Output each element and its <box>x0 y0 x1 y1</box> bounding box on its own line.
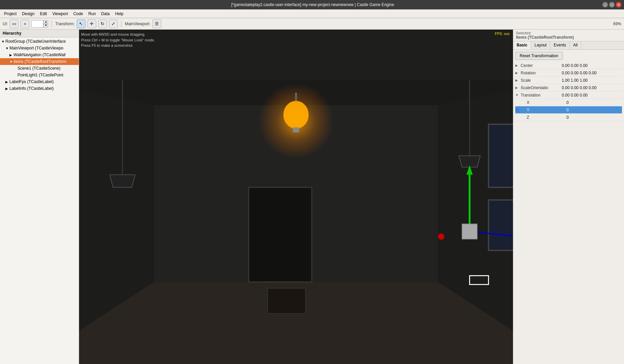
hint-line-2: Press Ctrl + M to toggle "Mouse Look" mo… <box>81 37 155 43</box>
step-up-button[interactable]: ▲ <box>43 20 48 24</box>
viewport-container[interactable]: Move with AWSD and mouse dragging. Press… <box>79 30 513 364</box>
viewport-label: MainViewport: <box>125 22 150 26</box>
translation-field-label: X <box>520 100 565 105</box>
svg-marker-8 <box>110 175 135 187</box>
translation-field-label: Y <box>520 108 565 112</box>
toolbar: UI: ▭ ＋ 10 ▲ ▼ Transform: ↖ ✛ ↻ ⤢ MainVi… <box>0 18 624 30</box>
hierarchy-item-label: LabelInfo (TCastleLabel) <box>9 86 54 91</box>
right-tab-all[interactable]: All <box>570 41 581 49</box>
reset-transformation-button[interactable]: Reset Transformation <box>515 52 563 60</box>
translation-field-z: Z <box>515 114 622 121</box>
hierarchy-header: Hierarchy <box>0 30 79 37</box>
prop-expand-arrow[interactable]: ▶ <box>515 86 520 89</box>
right-tabs: BasicLayoutEventsAll <box>513 41 624 50</box>
hierarchy-item[interactable]: ▼ RootGroup (TCastleUserInterface <box>0 38 79 45</box>
prop-value: 0.00 0.00 0.00 0.00 <box>560 71 622 75</box>
menu-item-edit[interactable]: Edit <box>37 11 50 17</box>
selected-item-title: Items (TCastleRootTransform) <box>516 35 621 40</box>
minimize-button[interactable]: – <box>602 2 608 7</box>
tree-expand-arrow[interactable]: ▶ <box>9 53 13 57</box>
hierarchy-item-label: Items (TCastleRootTransform <box>13 59 67 64</box>
hierarchy-item[interactable]: ▼ Items (TCastleRootTransform <box>0 58 79 65</box>
prop-expand-arrow[interactable]: ▶ <box>515 71 520 75</box>
menu-item-run[interactable]: Run <box>86 11 99 17</box>
step-down-button[interactable]: ▼ <box>43 24 48 28</box>
hint-line-3: Press F5 to make a screenshot. <box>81 43 155 48</box>
prop-name-label: Rotation <box>520 71 560 75</box>
prop-value: 0.00 0.00 0.00 0.00 <box>560 85 622 90</box>
right-content: Reset Transformation ▶ Center 0.00 0.00 … <box>513 50 624 364</box>
left-panel: Hierarchy ▼ RootGroup (TCastleUserInterf… <box>0 30 79 364</box>
toolbar-separator-1 <box>51 20 52 28</box>
step-input-group: 10 ▲ ▼ <box>31 20 48 28</box>
selected-label: Selected: <box>516 31 621 35</box>
prop-name-label: Scale <box>520 78 560 83</box>
svg-rect-11 <box>489 124 513 187</box>
rotate-tool-button[interactable]: ↻ <box>98 20 107 28</box>
hierarchy-item-label: LabelFps (TCastleLabel) <box>9 79 54 84</box>
hierarchy-tree: ▼ RootGroup (TCastleUserInterface ▼ Main… <box>0 37 79 364</box>
close-button[interactable]: ✕ <box>616 2 621 7</box>
menu-item-design[interactable]: Design <box>19 11 37 17</box>
step-input[interactable]: 10 <box>31 20 43 28</box>
maximize-button[interactable]: □ <box>609 2 615 7</box>
translation-field-x: X <box>515 99 622 106</box>
translation-field-label: Z <box>520 115 565 120</box>
viewport-overlay: Move with AWSD and mouse dragging. Press… <box>81 32 155 48</box>
active-field-indicator <box>515 108 519 112</box>
translation-field-input-z[interactable] <box>565 115 622 120</box>
window-title: [*gamestateplay2.castle-user-interface] … <box>231 2 394 7</box>
tree-expand-arrow[interactable]: ▼ <box>9 60 13 64</box>
property-row[interactable]: ▶ Rotation 0.00 0.00 0.00 0.00 <box>515 69 622 77</box>
right-tab-layout[interactable]: Layout <box>531 41 550 49</box>
menu-item-code[interactable]: Code <box>71 11 86 17</box>
hierarchy-item[interactable]: PointLight1 (TCastlePoint <box>0 72 79 78</box>
prop-name-label: ScaleOrientatio <box>520 85 560 90</box>
menubar: ProjectDesignEditViewportCodeRunDataHelp <box>0 9 624 18</box>
property-row[interactable]: ▶ ScaleOrientatio 0.00 0.00 0.00 0.00 <box>515 84 622 92</box>
hierarchy-item-label: RootGroup (TCastleUserInterface <box>5 39 66 44</box>
rect-tool-button[interactable]: ▭ <box>10 20 19 28</box>
toolbar-separator-2 <box>121 20 122 28</box>
fps-counter: FPS: xxx <box>495 32 510 36</box>
translation-field-y: Y <box>515 106 622 114</box>
tree-expand-arrow[interactable]: ▶ <box>5 80 9 84</box>
svg-point-20 <box>438 233 444 240</box>
prop-expand-arrow[interactable]: ▼ <box>515 93 520 97</box>
hierarchy-item[interactable]: Scene1 (TCastleScene) <box>0 65 79 72</box>
hierarchy-item-label: MainViewport (TCastleViewpo <box>9 46 63 50</box>
menu-item-project[interactable]: Project <box>1 11 19 17</box>
transform-label: Transform: <box>55 22 75 26</box>
translation-field-input-x[interactable] <box>565 100 622 105</box>
zoom-label: 69% <box>613 22 621 26</box>
translation-field-input-y[interactable] <box>565 107 622 113</box>
menu-item-data[interactable]: Data <box>99 11 112 17</box>
hierarchy-item[interactable]: ▼ MainViewport (TCastleViewpo <box>0 45 79 51</box>
titlebar: [*gamestateplay2.castle-user-interface] … <box>0 0 624 9</box>
property-row[interactable]: ▶ Center 0.00 0.00 0.00 <box>515 62 622 69</box>
viewport-menu-button[interactable]: ☰ <box>152 20 161 28</box>
hierarchy-item-label: Scene1 (TCastleScene) <box>18 66 60 71</box>
property-row[interactable]: ▶ Scale 1.00 1.00 1.00 <box>515 77 622 84</box>
right-panel: Selected: Items (TCastleRootTransform) B… <box>513 30 624 364</box>
hierarchy-item[interactable]: ▶ LabelInfo (TCastleLabel) <box>0 85 79 92</box>
tree-expand-arrow[interactable]: ▶ <box>5 87 9 90</box>
prop-expand-arrow[interactable]: ▶ <box>515 64 520 67</box>
prop-expand-arrow[interactable]: ▶ <box>515 78 520 82</box>
tree-expand-arrow[interactable]: ▼ <box>5 46 9 50</box>
property-row[interactable]: ▼ Translation 0.00 0.00 0.00 <box>515 92 622 99</box>
svg-rect-22 <box>462 224 477 239</box>
prop-value: 0.00 0.00 0.00 <box>560 93 622 98</box>
scale-tool-button[interactable]: ⤢ <box>109 20 118 28</box>
hierarchy-item[interactable]: ▶ WalkNavigation (TCastleWall <box>0 51 79 58</box>
tree-expand-arrow[interactable]: ▼ <box>1 40 5 43</box>
hierarchy-item[interactable]: ▶ LabelFps (TCastleLabel) <box>0 78 79 85</box>
menu-item-help[interactable]: Help <box>112 11 126 17</box>
add-button[interactable]: ＋ <box>21 20 29 28</box>
svg-rect-6 <box>249 187 312 282</box>
right-tab-basic[interactable]: Basic <box>513 41 531 49</box>
select-tool-button[interactable]: ↖ <box>77 20 85 28</box>
menu-item-viewport[interactable]: Viewport <box>49 11 70 17</box>
right-tab-events[interactable]: Events <box>550 41 570 49</box>
move-tool-button[interactable]: ✛ <box>88 20 96 28</box>
